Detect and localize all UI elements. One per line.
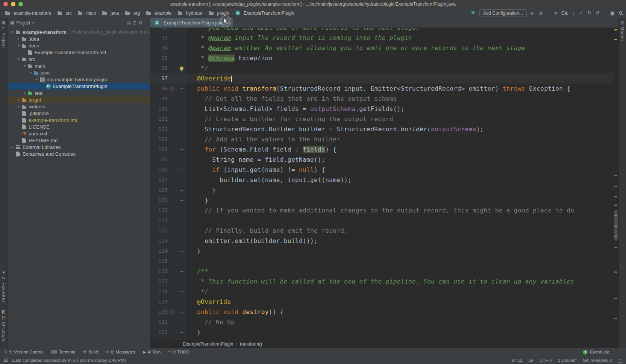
code-line[interactable]: 93 * @param input The record that is com…	[150, 33, 618, 43]
warning-mark[interactable]	[614, 39, 617, 40]
run-icon[interactable]: ▶	[531, 11, 535, 15]
fold-marker-icon[interactable]	[180, 271, 183, 272]
indent-widget[interactable]: 2 spaces*	[558, 358, 577, 362]
chevron-right-icon[interactable]: ▸	[16, 98, 21, 102]
fold-marker-icon[interactable]	[180, 88, 183, 89]
tree-item[interactable]: README.md	[8, 137, 150, 144]
change-mark[interactable]	[614, 247, 617, 248]
code-line[interactable]: 122 }	[150, 327, 618, 337]
code-line[interactable]: 101 // Create a builder for creating the…	[150, 114, 618, 124]
code-line[interactable]: 106 if (input.get(name) != null) {	[150, 165, 618, 175]
chevron-right-icon[interactable]: ▸	[16, 105, 21, 108]
intention-bulb-icon[interactable]	[180, 67, 183, 70]
change-mark[interactable]	[614, 318, 617, 319]
stop-icon[interactable]: ■	[554, 11, 557, 15]
tree-item[interactable]: ExampleTransform-transform.md	[8, 49, 150, 56]
breadcrumb-item[interactable]: ExampleTransformPlugin	[234, 10, 295, 16]
code-line[interactable]: 105 String name = field.getName();	[150, 155, 618, 165]
code-line[interactable]: 102 StructuredRecord.Builder builder = S…	[150, 124, 618, 134]
maven-tool-button[interactable]: ▥ Maven	[620, 20, 625, 41]
code-line[interactable]: 94 * @param emitter An emitter allowing …	[150, 43, 618, 53]
fold-marker-icon[interactable]	[180, 291, 183, 292]
chevron-down-icon[interactable]: ▾	[34, 77, 39, 81]
tree-item[interactable]: ▾src	[8, 56, 150, 62]
breadcrumb-class[interactable]: ExampleTransformPlugin	[183, 341, 233, 347]
tree-item[interactable]: ▸widgets	[8, 103, 150, 110]
code-line[interactable]: 120↑ public void destroy() {	[150, 307, 618, 317]
code-line[interactable]: 123	[150, 337, 618, 340]
search-everywhere-icon[interactable]	[619, 11, 622, 15]
locate-file-icon[interactable]: ◎	[127, 20, 130, 26]
tree-item[interactable]: ▸.idea	[8, 35, 150, 42]
debug-icon[interactable]: ◉	[539, 11, 543, 15]
code-line[interactable]: 112 // Finally, build and emit the recor…	[150, 226, 618, 236]
toolwindow-switcher-icon[interactable]: ⊞	[4, 357, 8, 363]
toolwindow-button-run[interactable]: ▶4: Run	[143, 350, 161, 355]
code-line[interactable]: 97 @Override	[150, 73, 618, 83]
chevron-down-icon[interactable]: ▾	[28, 71, 33, 74]
code-line[interactable]: 92 * you need and emit one or more recor…	[150, 28, 618, 33]
tree-item[interactable]: pom.xml	[8, 130, 150, 137]
toolwindow-button-messages[interactable]: ✉0: Messages	[105, 350, 135, 355]
change-mark[interactable]	[614, 196, 617, 197]
change-mark[interactable]	[614, 271, 617, 273]
breadcrumb-item[interactable]: example	[145, 10, 173, 16]
code-line[interactable]: 107 builder.set(name, input.get(name));	[150, 175, 618, 185]
breadcrumb-item[interactable]: org	[124, 10, 141, 16]
tree-item[interactable]: ExampleTransformPlugin	[8, 83, 150, 89]
code-line[interactable]: 114 }	[150, 246, 618, 256]
event-log-button[interactable]: 1 Event Log	[583, 350, 609, 355]
toolwindow-button-build[interactable]: ⚒Build	[83, 350, 98, 355]
tree-item[interactable]: ▾example-transform ~/code/java/cdap_plug…	[8, 29, 150, 35]
code-line[interactable]: 103 // Add all the values to the builder	[150, 134, 618, 144]
caret-position-widget[interactable]: 97:12	[512, 358, 523, 362]
code-line[interactable]: 104 for (Schema.Field field : fields) {	[150, 144, 618, 155]
profiler-icon[interactable]: ◔	[547, 11, 550, 15]
warning-mark[interactable]	[614, 29, 617, 30]
add-configuration-button[interactable]: Add Configuration...	[479, 9, 527, 17]
tree-item[interactable]: ▸test	[8, 89, 150, 96]
git-commit-icon[interactable]: ✓	[579, 11, 583, 15]
project-tool-button[interactable]: ▤ 1: Project	[2, 20, 6, 48]
code-line[interactable]: 113 emitter.emit(builder.build());	[150, 236, 618, 246]
tree-item[interactable]: ▸External Libraries	[8, 144, 150, 150]
override-method-icon[interactable]: ↑	[170, 86, 174, 91]
code-line[interactable]: 108 }	[150, 185, 618, 195]
code-line[interactable]: 116 /**	[150, 266, 618, 276]
git-history-icon[interactable]: ↻	[587, 11, 591, 15]
git-update-icon[interactable]: ↓	[572, 11, 575, 15]
close-window-button[interactable]	[3, 2, 8, 6]
git-branch-widget[interactable]: Git: release/6.0	[583, 358, 612, 362]
tree-item[interactable]: ▾org.example.hydrator.plugin	[8, 76, 150, 83]
zoom-window-button[interactable]	[18, 2, 23, 6]
chevron-right-icon[interactable]: ▸	[10, 145, 15, 149]
breadcrumb-item[interactable]: main	[76, 10, 97, 16]
toolwindow-button-todo[interactable]: ≡6: TODO	[168, 350, 189, 354]
code-line[interactable]: 118 */	[150, 287, 618, 297]
fold-marker-icon[interactable]	[180, 312, 183, 312]
change-mark[interactable]	[614, 175, 617, 176]
chevron-down-icon[interactable]: ▾	[10, 30, 15, 34]
fold-marker-icon[interactable]	[180, 332, 183, 333]
fold-marker-icon[interactable]	[180, 200, 183, 201]
project-panel-title[interactable]: Project	[16, 20, 30, 26]
toolwindow-button-version-control[interactable]: ⇅9: Version Control	[4, 350, 44, 355]
tree-item[interactable]: example-transform.iml	[8, 117, 150, 123]
code-line[interactable]: 110 // If you wanted to make additional …	[150, 205, 618, 215]
collapse-all-icon[interactable]: ⊟	[133, 20, 136, 26]
fold-marker-icon[interactable]	[180, 190, 183, 191]
override-method-icon[interactable]: ↑	[170, 310, 174, 314]
favorites-tool-button[interactable]: ★ 2: Favorites	[2, 270, 6, 303]
breadcrumb-item[interactable]: java	[101, 10, 120, 16]
tree-item[interactable]: ▾docs	[8, 42, 150, 49]
change-mark[interactable]	[614, 186, 617, 187]
code-line[interactable]: 115	[150, 256, 618, 266]
fold-marker-icon[interactable]	[180, 149, 183, 150]
code-editor[interactable]: 92 * you need and emit one or more recor…	[150, 28, 618, 340]
tree-item[interactable]: LICENSE	[8, 123, 150, 130]
code-line[interactable]: 95 * @throws Exception	[150, 53, 618, 63]
tree-item[interactable]: .gitignore	[8, 110, 150, 117]
breadcrumb-item[interactable]: plugin	[208, 10, 230, 16]
tree-item[interactable]: ▾java	[8, 69, 150, 76]
scrollbar-thumb[interactable]	[614, 210, 618, 241]
